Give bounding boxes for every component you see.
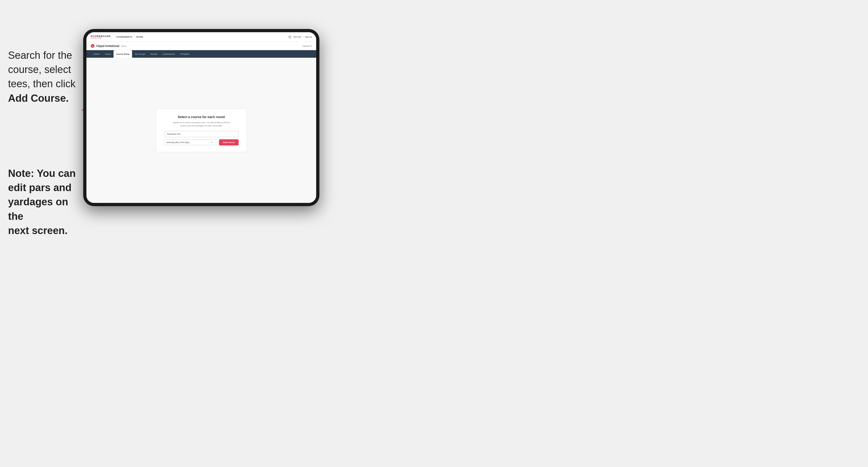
tab-details[interactable]: Details bbox=[91, 50, 102, 58]
tablet-shell: SCOREBOARD Powered by clippd TOURNAMENTS… bbox=[83, 29, 319, 206]
tab-results[interactable]: Results bbox=[148, 50, 160, 58]
tournament-icon: C bbox=[91, 44, 94, 48]
annotation-note: Note: You can edit pars and yardages on … bbox=[8, 166, 83, 238]
tab-tee-groups[interactable]: Tee Groups bbox=[132, 50, 148, 58]
logo-area: SCOREBOARD Powered by clippd bbox=[91, 35, 111, 39]
user-name: Test User bbox=[293, 36, 302, 38]
nav-links: TOURNAMENTS TEAMS bbox=[116, 36, 288, 38]
tee-clear-icon[interactable]: ✕ bbox=[211, 141, 213, 144]
tournament-title: C Clippd Invitational (Men) bbox=[91, 44, 127, 48]
pipe: | bbox=[303, 36, 303, 38]
top-nav: SCOREBOARD Powered by clippd TOURNAMENTS… bbox=[86, 32, 316, 42]
course-search-input[interactable]: Peachtree GC bbox=[164, 131, 239, 137]
user-area: T Test User | Sign out bbox=[288, 35, 312, 39]
sign-out-link[interactable]: Sign out bbox=[305, 36, 312, 38]
avatar: T bbox=[288, 35, 292, 39]
add-course-button[interactable]: Add Course bbox=[219, 139, 239, 146]
logo-sub: Powered by clippd bbox=[91, 38, 111, 39]
annotation-left: Search for the course, select tees, then… bbox=[8, 48, 83, 105]
tab-course-setup[interactable]: Course Setup bbox=[114, 50, 132, 58]
tee-chevron-icon[interactable]: ⌄ bbox=[213, 141, 215, 143]
tab-bar: Details Teams Course Setup Tee Groups Re… bbox=[86, 50, 316, 58]
tournament-type: (Men) bbox=[121, 45, 127, 47]
course-section: Select a course for each round Search fo… bbox=[156, 108, 247, 152]
tee-value: Gold (M) (M) (7010 yds) bbox=[166, 141, 189, 144]
tee-select[interactable]: Gold (M) (M) (7010 yds) ✕ ⌄ bbox=[164, 139, 217, 145]
tablet-screen: SCOREBOARD Powered by clippd TOURNAMENTS… bbox=[86, 32, 316, 203]
nav-teams[interactable]: TEAMS bbox=[136, 36, 143, 38]
cancel-button[interactable]: Cancel ✕ bbox=[303, 45, 312, 47]
nav-tournaments[interactable]: TOURNAMENTS bbox=[116, 36, 132, 38]
section-title: Select a course for each round bbox=[164, 115, 239, 119]
tournament-name: Clippd Invitational bbox=[96, 44, 119, 48]
tab-teams[interactable]: Teams bbox=[102, 50, 114, 58]
section-desc: Search for a course and select a tee. Yo… bbox=[164, 121, 239, 127]
tab-printables[interactable]: Printables bbox=[178, 50, 192, 58]
tee-controls: ✕ ⌄ bbox=[211, 141, 215, 144]
tournament-header: C Clippd Invitational (Men) Cancel ✕ bbox=[86, 42, 316, 50]
tee-row: Gold (M) (M) (7010 yds) ✕ ⌄ Add Course bbox=[164, 139, 239, 146]
main-content: Select a course for each round Search fo… bbox=[86, 58, 316, 203]
tab-leaderboards[interactable]: Leaderboards bbox=[160, 50, 178, 58]
